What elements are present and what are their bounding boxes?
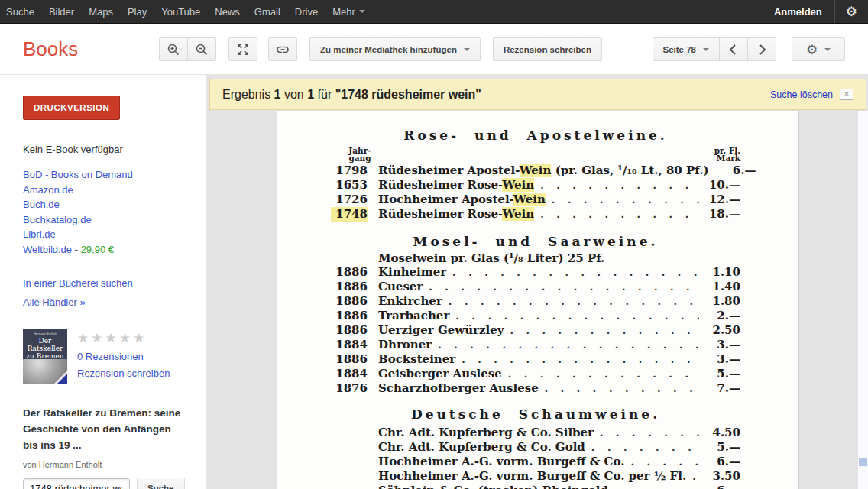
scan-name-part: Rüdesheimer Rose- bbox=[378, 178, 502, 192]
rating-stars[interactable]: ★★★★★ bbox=[77, 330, 170, 345]
topbar-link-news[interactable]: News bbox=[215, 6, 240, 18]
page-nav-group: Seite 78 bbox=[653, 37, 776, 61]
cover-author: Hermann Entholt bbox=[23, 332, 67, 335]
no-ebook-text: Kein E-Book verfügbar bbox=[23, 144, 188, 155]
seller-link[interactable]: BoD - Books on Demand bbox=[23, 167, 188, 183]
scan-section-heading: Rose- und Apostelweine. bbox=[331, 128, 740, 143]
google-books-viewer: SucheBilderMapsPlayYouTubeNewsGmailDrive… bbox=[0, 0, 868, 489]
book-meta: ★★★★★ 0 Rezensionen Rezension schreiben bbox=[77, 329, 170, 384]
cover-title: Der Ratskeller zu Bremen bbox=[23, 337, 67, 360]
scan-dot-leader: . . . . . . . . . . . . . . . . . . . . … bbox=[545, 381, 699, 396]
scan-name-part: Hochheimer Apostel- bbox=[378, 193, 513, 206]
scan-year: 1886 bbox=[331, 294, 368, 309]
scan-wine-name: Chr. Adt. Kupferberg & Co. Gold bbox=[378, 440, 585, 455]
zoom-out-button[interactable] bbox=[187, 37, 216, 61]
banner-actions: Suche löschen × bbox=[770, 89, 853, 100]
weltbild-separator: - bbox=[72, 244, 81, 255]
books-toolbar: Books Zu meiner Mediath bbox=[0, 24, 868, 75]
fullscreen-button[interactable] bbox=[228, 37, 257, 61]
next-page-button[interactable] bbox=[747, 37, 776, 61]
scan-table-row: 1884Dhroner . . . . . . . . . . . . . . … bbox=[331, 338, 740, 352]
previous-page-button[interactable] bbox=[719, 37, 748, 61]
topbar-link-drive[interactable]: Drive bbox=[295, 6, 318, 18]
search-row: Suche bbox=[23, 478, 188, 489]
book-author: von Hermann Entholt bbox=[23, 460, 188, 469]
write-review-label: Rezension schreiben bbox=[504, 45, 591, 54]
scan-colhead-line: gang bbox=[342, 154, 378, 162]
write-review-button[interactable]: Rezension schreiben bbox=[493, 37, 602, 61]
close-banner-button[interactable]: × bbox=[840, 89, 853, 100]
scan-name-part: Dhroner bbox=[378, 338, 432, 351]
topbar-link-bilder[interactable]: Bilder bbox=[49, 6, 74, 18]
write-review-link[interactable]: Rezension schreiben bbox=[77, 368, 170, 379]
scan-wine-name: Bocksteiner bbox=[378, 352, 455, 367]
scan-wine-name: Trarbacher bbox=[378, 309, 449, 323]
zoom-out-icon bbox=[194, 42, 209, 57]
scan-dot-leader: . . . . . . . . . . . . . . . . . . . . … bbox=[462, 352, 699, 367]
topbar-link-play[interactable]: Play bbox=[128, 6, 147, 18]
scan-year: 1886 bbox=[331, 309, 368, 323]
scan-table-row: 1748Rüdesheimer Rose-Wein . . . . . . . … bbox=[331, 207, 740, 222]
scan-name-part: Chr. Adt. Kupferberg & Co. Silber bbox=[378, 426, 594, 439]
scan-price: 10.— bbox=[705, 178, 740, 193]
topbar-link-youtube[interactable]: YouTube bbox=[161, 6, 200, 18]
seller-link[interactable]: Buch.de bbox=[23, 197, 188, 212]
page-viewer: Ergebnis 1 von 1 für "1748 rüdesheimer w… bbox=[206, 75, 868, 489]
search-input[interactable] bbox=[23, 478, 130, 489]
scan-table-row: Hochheimer A.-G. vorm. Burgeff & Co. . .… bbox=[331, 455, 740, 469]
book-cover-thumbnail[interactable]: Hermann Entholt Der Ratskeller zu Bremen… bbox=[23, 329, 67, 384]
scan-name-part: Kinheimer bbox=[378, 265, 446, 279]
topbar-link-maps[interactable]: Maps bbox=[89, 6, 113, 18]
scan-name-part: Uerziger Gewürzley bbox=[378, 323, 504, 337]
scan-wine-name: Uerziger Gewürzley bbox=[378, 323, 504, 338]
search-highlight: Wein bbox=[502, 207, 534, 221]
clear-search-link[interactable]: Suche löschen bbox=[770, 89, 833, 100]
scan-year: 1726 bbox=[331, 193, 368, 207]
scan-price: 6.— bbox=[721, 164, 756, 178]
zoom-in-button[interactable] bbox=[159, 37, 188, 61]
book-info-box: Hermann Entholt Der Ratskeller zu Bremen… bbox=[23, 329, 188, 384]
books-logo[interactable]: Books bbox=[23, 37, 159, 61]
all-sellers-link[interactable]: Alle Händler » bbox=[23, 295, 188, 310]
scan-table-row: 1886Cueser . . . . . . . . . . . . . . .… bbox=[331, 280, 740, 294]
scan-dot-leader: . . . . . . . . . . . . . . . . . . . . … bbox=[630, 455, 699, 469]
sidebar-divider bbox=[23, 267, 165, 267]
topbar-link-suche[interactable]: Suche bbox=[6, 6, 34, 18]
scan-price: 18.— bbox=[705, 207, 740, 222]
scan-dot-leader: . . . . . . . . . . . . . . . . . . . . … bbox=[429, 280, 699, 294]
topbar-link-mehr[interactable]: Mehr bbox=[332, 6, 365, 18]
settings-gear-icon[interactable]: ⚙ bbox=[835, 4, 868, 19]
scan-name-part: Scharzhofberger Auslese bbox=[378, 381, 539, 395]
scan-wine-name: Hochheimer A.-G. vorm. Burgeff & Co. bbox=[378, 455, 624, 469]
search-button[interactable]: Suche bbox=[137, 478, 185, 489]
scan-price: 2.— bbox=[705, 309, 740, 323]
link-icon bbox=[275, 42, 290, 57]
scan-dot-leader: . . . . . . . . . . . . . . . . . . . . … bbox=[455, 309, 699, 323]
reviews-count-link[interactable]: 0 Rezensionen bbox=[77, 351, 170, 362]
scan-wine-name: Dhroner bbox=[378, 338, 432, 352]
scan-name-part: Cueser bbox=[378, 280, 423, 293]
scan-name-part: Rüdesheimer Apostel- bbox=[378, 164, 520, 177]
result-total: 1 bbox=[307, 88, 314, 101]
viewer-scrollbar-track[interactable] bbox=[857, 111, 868, 489]
seller-link-weltbild[interactable]: Weltbild.de bbox=[23, 244, 72, 255]
signin-link[interactable]: Anmelden bbox=[774, 6, 822, 18]
page-select-dropdown[interactable]: Seite 78 bbox=[653, 37, 720, 61]
seller-link[interactable]: Amazon.de bbox=[23, 183, 188, 198]
print-version-button[interactable]: DRUCKVERSION bbox=[23, 96, 120, 120]
scan-year: 1653 bbox=[331, 178, 368, 193]
topbar-link-gmail[interactable]: Gmail bbox=[254, 6, 280, 18]
scan-year: 1884 bbox=[331, 367, 368, 381]
scan-dot-leader: . . . . . . . . . . . . . . . . . . . . … bbox=[449, 294, 699, 309]
seller-link[interactable]: Buchkatalog.de bbox=[23, 212, 188, 228]
scan-section-heading: Mosel- und Saarweine. bbox=[331, 234, 740, 249]
scan-name-part: Hochheimer A.-G. vorm. Burgeff & Co. per… bbox=[378, 469, 686, 483]
scan-table-row: 1886Uerziger Gewürzley . . . . . . . . .… bbox=[331, 323, 740, 338]
search-result-banner: Ergebnis 1 von 1 für "1748 rüdesheimer w… bbox=[209, 79, 866, 110]
find-in-library-link[interactable]: In einer Bücherei suchen bbox=[23, 276, 188, 291]
viewer-settings-button[interactable]: ⚙ bbox=[792, 37, 845, 61]
seller-link[interactable]: Libri.de bbox=[23, 227, 188, 242]
add-to-library-button[interactable]: Zu meiner Mediathek hinzufügen bbox=[309, 37, 481, 61]
link-button[interactable] bbox=[268, 37, 297, 61]
viewer-scrollbar-thumb[interactable] bbox=[859, 458, 867, 466]
